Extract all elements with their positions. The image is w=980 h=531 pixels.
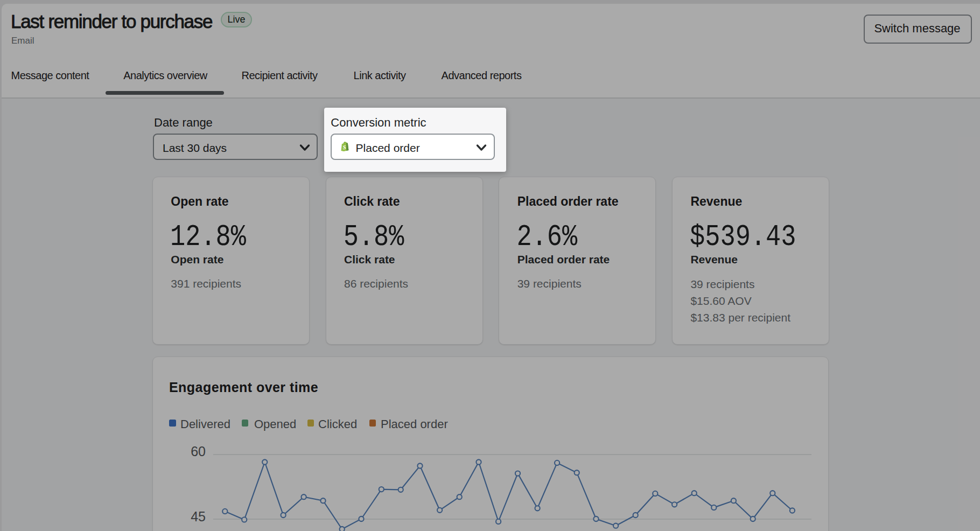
svg-text:S: S [342, 144, 346, 150]
